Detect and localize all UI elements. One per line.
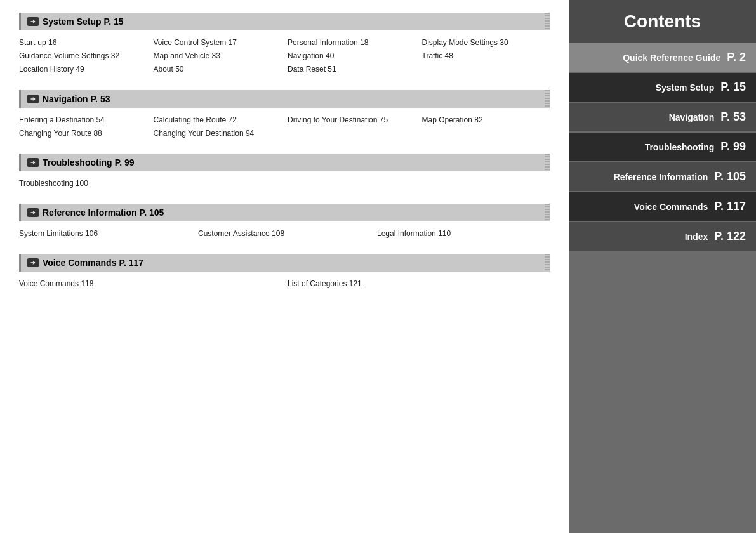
entry-troubleshooting-0: Troubleshooting 100 <box>19 178 550 190</box>
section-page-system-setup: P. 15 <box>104 16 124 27</box>
section-entries-troubleshooting: Troubleshooting 100 <box>19 175 550 192</box>
entry-voice-commands-0: Voice Commands 118 <box>19 278 281 290</box>
section-icon-navigation: ➔ <box>27 95 39 103</box>
entry-reference-information-1: Customer Assistance 108 <box>198 228 371 240</box>
sidebar-item-label-1: System Setup <box>579 82 714 93</box>
entry-navigation-2: Driving to Your Destination 75 <box>288 114 416 126</box>
sidebar-item-label-4: Reference Information <box>579 172 708 182</box>
section-header-navigation: ➔Navigation P. 53 <box>19 90 550 108</box>
entry-system-setup-3: Display Mode Settings 30 <box>422 37 550 49</box>
section-header-system-setup: ➔System Setup P. 15 <box>19 13 550 30</box>
entry-reference-information-0: System Limitations 106 <box>19 228 192 240</box>
sidebar-item-2[interactable]: NavigationP. 53 <box>569 103 756 131</box>
section-title-navigation: Navigation <box>43 94 88 104</box>
sidebar-item-5[interactable]: Voice CommandsP. 117 <box>569 192 756 221</box>
sidebar-item-page-5: P. 117 <box>714 200 746 213</box>
sidebar-item-label-5: Voice Commands <box>579 202 708 212</box>
entry-system-setup-6: Navigation 40 <box>288 50 416 62</box>
section-voice-commands: ➔Voice Commands P. 117Voice Commands 118… <box>19 254 550 293</box>
sidebar-item-label-6: Index <box>579 232 708 242</box>
entry-system-setup-11: Data Reset 51 <box>288 63 416 76</box>
scroll-indicator-system-setup <box>543 13 550 30</box>
sidebar: Contents Quick Reference GuideP. 2System… <box>569 0 756 533</box>
section-entries-reference-information: System Limitations 106Customer Assistanc… <box>19 225 550 242</box>
section-header-troubleshooting: ➔Troubleshooting P. 99 <box>19 154 550 171</box>
entry-navigation-3: Map Operation 82 <box>422 114 550 126</box>
section-icon-troubleshooting: ➔ <box>27 158 39 167</box>
section-troubleshooting: ➔Troubleshooting P. 99Troubleshooting 10… <box>19 154 550 192</box>
sidebar-item-3[interactable]: TroubleshootingP. 99 <box>569 133 756 161</box>
section-header-voice-commands: ➔Voice Commands P. 117 <box>19 254 550 272</box>
entry-navigation-1: Calculating the Route 72 <box>154 114 282 126</box>
sidebar-item-1[interactable]: System SetupP. 15 <box>569 73 756 102</box>
scroll-indicator-reference-information <box>543 204 550 221</box>
section-page-reference-information: P. 105 <box>140 207 164 218</box>
scroll-indicator-voice-commands <box>543 254 550 272</box>
entry-system-setup-9: About 50 <box>154 63 282 76</box>
section-page-troubleshooting: P. 99 <box>115 157 135 168</box>
entry-system-setup-8: Location History 49 <box>19 63 147 76</box>
entry-system-setup-1: Voice Control System 17 <box>154 37 282 49</box>
sidebar-item-label-0: Quick Reference Guide <box>579 53 720 63</box>
section-page-voice-commands: P. 117 <box>119 258 143 268</box>
entry-reference-information-2: Legal Information 110 <box>377 228 550 240</box>
entry-system-setup-4: Guidance Volume Settings 32 <box>19 50 147 62</box>
section-navigation: ➔Navigation P. 53Entering a Destination … <box>19 90 550 142</box>
entry-navigation-5: Changing Your Destination 94 <box>154 128 282 140</box>
section-system-setup: ➔System Setup P. 15Start-up 16Voice Cont… <box>19 13 550 79</box>
scroll-indicator-navigation <box>543 90 550 108</box>
sidebar-item-label-3: Troubleshooting <box>579 142 714 152</box>
sidebar-item-page-6: P. 122 <box>714 230 746 243</box>
section-title-system-setup: System Setup <box>43 16 102 27</box>
entry-voice-commands-1: List of Categories 121 <box>288 278 550 290</box>
sidebar-item-label-2: Navigation <box>579 112 714 122</box>
entry-system-setup-5: Map and Vehicle 33 <box>154 50 282 62</box>
sidebar-item-page-4: P. 105 <box>714 170 746 183</box>
section-icon-reference-information: ➔ <box>27 208 39 217</box>
sidebar-item-page-3: P. 99 <box>720 140 746 154</box>
entry-navigation-0: Entering a Destination 54 <box>19 114 147 126</box>
section-reference-information: ➔Reference Information P. 105System Limi… <box>19 204 550 242</box>
sidebar-item-6[interactable]: IndexP. 122 <box>569 222 756 251</box>
sidebar-title: Contents <box>569 0 756 43</box>
section-entries-system-setup: Start-up 16Voice Control System 17Person… <box>19 34 550 79</box>
entry-navigation-4: Changing Your Route 88 <box>19 128 147 140</box>
section-icon-system-setup: ➔ <box>27 17 39 26</box>
section-entries-navigation: Entering a Destination 54Calculating the… <box>19 112 550 142</box>
entry-system-setup-2: Personal Information 18 <box>288 37 416 49</box>
sidebar-item-page-0: P. 2 <box>727 51 746 64</box>
section-icon-voice-commands: ➔ <box>27 258 39 267</box>
section-header-reference-information: ➔Reference Information P. 105 <box>19 204 550 221</box>
section-entries-voice-commands: Voice Commands 118List of Categories 121 <box>19 275 550 293</box>
scroll-indicator-troubleshooting <box>543 154 550 171</box>
sidebar-item-0[interactable]: Quick Reference GuideP. 2 <box>569 43 756 72</box>
sidebar-item-page-2: P. 53 <box>720 110 746 124</box>
sidebar-item-4[interactable]: Reference InformationP. 105 <box>569 162 756 191</box>
sidebar-item-page-1: P. 15 <box>720 81 746 94</box>
entry-system-setup-7: Traffic 48 <box>422 50 550 62</box>
entry-system-setup-0: Start-up 16 <box>19 37 147 49</box>
main-content: ➔System Setup P. 15Start-up 16Voice Cont… <box>0 0 569 533</box>
section-title-reference-information: Reference Information <box>43 207 137 218</box>
section-title-voice-commands: Voice Commands <box>43 258 116 268</box>
section-title-troubleshooting: Troubleshooting <box>43 157 112 168</box>
section-page-navigation: P. 53 <box>91 94 110 104</box>
